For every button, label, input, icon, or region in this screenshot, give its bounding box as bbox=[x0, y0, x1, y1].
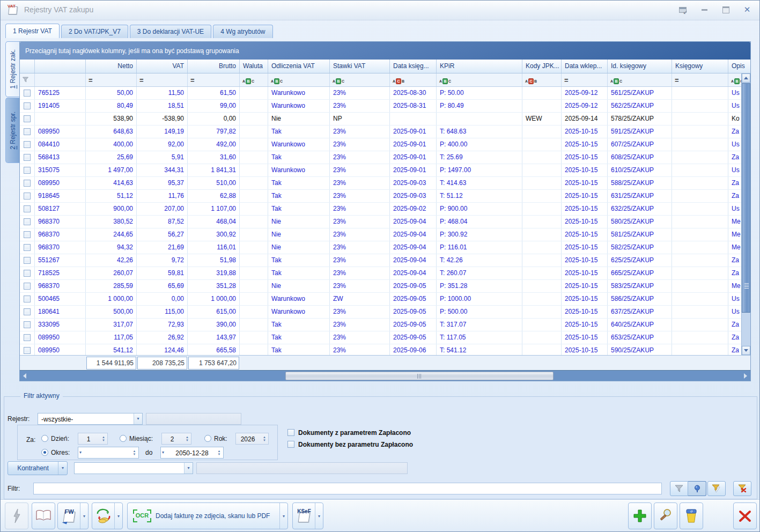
column-header-check[interactable] bbox=[20, 60, 35, 73]
scroll-up-icon[interactable] bbox=[742, 73, 750, 83]
table-row[interactable]: 3150751 497,00344,311 841,31Warunkowo23%… bbox=[20, 164, 750, 177]
scroll-left-icon[interactable] bbox=[20, 371, 29, 381]
filter-funnel-button[interactable] bbox=[670, 481, 688, 496]
filter-cell-data_wklep[interactable]: = bbox=[562, 73, 608, 86]
filter-cell-vat[interactable]: = bbox=[137, 73, 188, 86]
table-row[interactable]: 96837094,3221,69116,01Nie23%2025-09-04P:… bbox=[20, 241, 750, 254]
row-checkbox[interactable] bbox=[24, 270, 31, 277]
column-header-data_ksieg[interactable]: Data księg... bbox=[390, 60, 437, 73]
filter-cell-stawki[interactable]: ABC bbox=[330, 73, 390, 86]
okres-to-date[interactable]: ▾ 2050-12-28 ▲▼ bbox=[160, 447, 224, 459]
stepper-arrows-icon[interactable]: ▲▼ bbox=[261, 433, 268, 444]
chevron-down-icon[interactable]: ▾ bbox=[134, 413, 142, 424]
filter-edit-button[interactable] bbox=[707, 481, 726, 496]
table-row[interactable]: 76512550,0011,5061,50Warunkowo23%2025-08… bbox=[20, 87, 750, 100]
filter-cell-kpir[interactable]: ABC bbox=[437, 73, 522, 86]
chevron-down-icon[interactable]: ▾ bbox=[162, 450, 164, 455]
open-register-book-button[interactable] bbox=[32, 503, 55, 529]
column-header-data_wklep[interactable]: Data wklep... bbox=[562, 60, 608, 73]
close-icon[interactable]: ✕ bbox=[740, 4, 754, 16]
table-row[interactable]: 56841325,695,9131,60Tak23%2025-09-01T: 2… bbox=[20, 151, 750, 164]
row-checkbox[interactable] bbox=[24, 205, 31, 212]
kontrahent-select[interactable]: ▾ bbox=[74, 462, 193, 474]
filter-cell-data_ksieg[interactable]: ACB bbox=[390, 73, 437, 86]
kontrahent-button[interactable]: Kontrahent ▾ bbox=[8, 461, 68, 475]
fw-internal-invoice-button[interactable]: FW ▾ bbox=[57, 503, 88, 529]
row-checkbox[interactable] bbox=[24, 115, 31, 122]
filter-pin-button[interactable] bbox=[688, 481, 706, 496]
close-window-button[interactable] bbox=[733, 503, 757, 529]
horizontal-scroll-thumb[interactable] bbox=[285, 372, 554, 380]
radio-okres[interactable] bbox=[41, 449, 48, 456]
table-row[interactable]: 180641500,00115,00615,00Warunkowo23%2025… bbox=[20, 306, 750, 319]
rejestr-select[interactable]: -wszystkie- ▾ bbox=[38, 413, 143, 425]
rok-stepper[interactable]: 2026 ▲▼ bbox=[235, 433, 269, 445]
row-checkbox[interactable] bbox=[24, 218, 31, 225]
chevron-down-icon[interactable]: ▾ bbox=[184, 463, 193, 474]
row-checkbox[interactable] bbox=[24, 308, 31, 315]
tab-4[interactable]: 4 Wg atrybutów bbox=[213, 25, 272, 38]
add-button[interactable] bbox=[628, 503, 652, 529]
column-header-vat[interactable]: VAT bbox=[137, 60, 188, 73]
row-checkbox[interactable] bbox=[24, 193, 31, 200]
row-checkbox[interactable] bbox=[24, 180, 31, 187]
vertical-scrollbar[interactable] bbox=[741, 73, 750, 355]
chevron-down-icon[interactable]: ▾ bbox=[79, 450, 82, 455]
radio-dzien[interactable] bbox=[41, 435, 48, 442]
stepper-arrows-icon[interactable]: ▲▼ bbox=[100, 433, 107, 444]
filter-cell-kody_jpk[interactable]: ACB bbox=[522, 73, 562, 86]
chevron-down-icon[interactable]: ▾ bbox=[315, 503, 323, 529]
checkbox-zaplacono-without[interactable] bbox=[287, 441, 294, 448]
minimize-icon[interactable] bbox=[697, 4, 711, 16]
delete-button[interactable]: ↺ bbox=[680, 503, 703, 529]
tab-1[interactable]: 1 Rejestr VAT bbox=[5, 24, 60, 38]
dzien-stepper[interactable]: 1 ▲▼ bbox=[78, 433, 108, 445]
chevron-down-icon[interactable]: ▾ bbox=[279, 503, 287, 529]
row-checkbox[interactable] bbox=[24, 231, 31, 238]
filter-cell-check[interactable] bbox=[20, 73, 35, 86]
column-header-brutto[interactable]: Brutto bbox=[188, 60, 240, 73]
table-row[interactable]: 91864551,1211,7662,88Tak23%2025-09-03T: … bbox=[20, 190, 750, 203]
column-header-ksiegowy[interactable]: Księgowy bbox=[672, 60, 728, 73]
row-checkbox[interactable] bbox=[24, 295, 31, 302]
column-header-opis[interactable]: Opis bbox=[728, 60, 751, 73]
table-row[interactable]: 089950117,0526,92143,97Tak23%2025-09-05T… bbox=[20, 331, 750, 344]
filter-cell-id_ksiegowy[interactable]: ABC bbox=[608, 73, 672, 86]
side-tab-2[interactable]: 2 Rejestr spr. bbox=[5, 98, 19, 163]
column-header-kody_jpk[interactable]: Kody JPK... bbox=[522, 60, 562, 73]
column-header-odliczenia[interactable]: Odliczenia VAT bbox=[268, 60, 330, 73]
stepper-arrows-icon[interactable]: ▲▼ bbox=[216, 447, 223, 458]
column-header-id_ksiegowy[interactable]: Id. księgowy bbox=[608, 60, 672, 73]
table-row[interactable]: 968370285,5965,69351,28Nie23%2025-09-05P… bbox=[20, 280, 750, 293]
table-row[interactable]: 084410400,0092,00492,00Warunkowo23%2025-… bbox=[20, 138, 750, 151]
table-row[interactable]: 5004651 000,000,001 000,00WarunkowoZW202… bbox=[20, 293, 750, 306]
chevron-down-icon[interactable]: ▾ bbox=[114, 503, 122, 529]
filter-cell-waluta[interactable]: ABC bbox=[240, 73, 268, 86]
row-checkbox[interactable] bbox=[24, 128, 31, 135]
radio-rok[interactable] bbox=[204, 435, 211, 442]
column-header-netto[interactable]: Netto bbox=[86, 60, 137, 73]
scroll-down-icon[interactable] bbox=[742, 346, 750, 355]
table-row[interactable]: 089950648,63149,19797,82Tak23%2025-09-01… bbox=[20, 125, 750, 138]
filter-cell-odliczenia[interactable]: ABC bbox=[268, 73, 330, 86]
filter-cell-nip[interactable] bbox=[35, 73, 86, 86]
table-row[interactable]: 19140580,4918,5199,00Warunkowo23%2025-08… bbox=[20, 100, 750, 113]
maximize-icon[interactable] bbox=[719, 4, 733, 16]
group-by-band[interactable]: Przeciągnij tutaj nagłówek kolumny, jeśl… bbox=[20, 42, 750, 60]
row-checkbox[interactable] bbox=[24, 347, 31, 354]
filter-cell-brutto[interactable]: = bbox=[188, 73, 240, 86]
tab-2[interactable]: 2 Do VAT/JPK_V7 bbox=[61, 25, 128, 38]
table-row[interactable]: 089950541,12124,46665,58Tak23%2025-09-06… bbox=[20, 344, 750, 355]
ocr-add-invoice-button[interactable]: OCR Dodaj fakturę ze zdjęcia, skanu lub … bbox=[127, 503, 288, 529]
side-tab-1[interactable]: 1 Rejestr zak. bbox=[5, 41, 19, 97]
row-checkbox[interactable] bbox=[24, 283, 31, 290]
table-row[interactable]: 718525260,0759,81319,88Tak23%2025-09-04T… bbox=[20, 267, 750, 280]
table-row[interactable]: 538,90-538,900,00NieNPWEW2025-09-14578/2… bbox=[20, 113, 750, 125]
table-row[interactable]: 55126742,269,7251,98Tak23%2025-09-04T: 4… bbox=[20, 254, 750, 267]
scroll-right-icon[interactable] bbox=[741, 371, 750, 381]
horizontal-scrollbar[interactable] bbox=[20, 370, 750, 381]
table-row[interactable]: 333095317,0772,93390,00Tak23%2025-09-05T… bbox=[20, 319, 750, 331]
tab-3[interactable]: 3 Do deklaracji VAT-UE bbox=[130, 25, 211, 38]
table-row[interactable]: 508127900,00207,001 107,00Tak23%2025-09-… bbox=[20, 203, 750, 216]
filter-cell-netto[interactable]: = bbox=[86, 73, 137, 86]
